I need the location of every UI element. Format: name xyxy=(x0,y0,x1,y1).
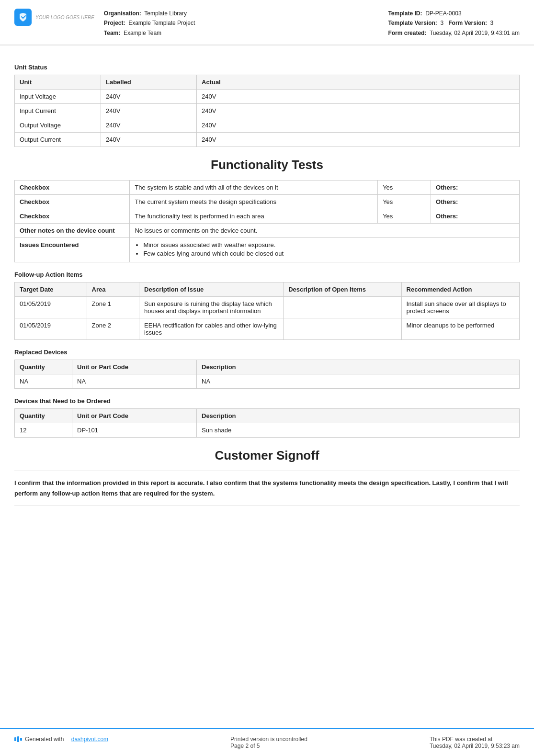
table-cell: Zone 2 xyxy=(87,318,139,340)
team-value: Example Team xyxy=(124,30,161,36)
table-cell: Output Current xyxy=(15,133,101,147)
form-created-value: Tuesday, 02 April 2019, 9:43:01 am xyxy=(430,30,520,36)
table-cell: NA xyxy=(72,374,197,389)
logo-icon xyxy=(14,9,32,26)
table-row: Input Voltage240V240V xyxy=(15,90,520,104)
unit-status-table: Unit Labelled Actual Input Voltage240V24… xyxy=(14,75,520,147)
content: Unit Status Unit Labelled Actual Input V… xyxy=(0,45,534,728)
team-label: Team: xyxy=(104,30,120,36)
form-version-value: 3 xyxy=(490,20,494,26)
table-row: Other notes on the device count No issue… xyxy=(15,224,520,238)
generated-text: Generated with xyxy=(25,736,64,743)
followup-col-header: Area xyxy=(87,282,139,297)
followup-col-header: Recommended Action xyxy=(401,282,519,297)
replaced-devices-title: Replaced Devices xyxy=(14,349,520,356)
table-row: Output Current240V240V xyxy=(15,133,520,147)
org-line: Organisation: Template Library xyxy=(104,9,379,18)
project-value: Example Template Project xyxy=(128,20,195,26)
func-value: Yes xyxy=(378,209,431,224)
table-row: 01/05/2019Zone 1Sun exposure is ruining … xyxy=(15,297,520,318)
issues-content: Minor issues associated with weather exp… xyxy=(130,238,520,262)
table-cell xyxy=(284,318,401,340)
table-cell: Input Current xyxy=(15,104,101,118)
functionality-tests-heading: Functionality Tests xyxy=(14,158,520,172)
devices-to-order-col-header: Description xyxy=(197,409,520,423)
project-label: Project: xyxy=(104,20,125,26)
signoff-section: I confirm that the information provided … xyxy=(14,471,520,506)
footer-right: This PDF was created at Tuesday, 02 Apri… xyxy=(430,736,520,749)
issue-item: Few cables lying around which could be c… xyxy=(143,250,514,257)
unit-status-col-unit: Unit xyxy=(15,75,101,90)
other-notes-label: Other notes on the device count xyxy=(15,224,130,238)
table-row: NANANA xyxy=(15,374,520,389)
table-cell: NA xyxy=(197,374,520,389)
table-row: Output Voltage240V240V xyxy=(15,118,520,133)
template-id-line: Template ID: DP-PEA-0003 xyxy=(388,9,520,18)
table-cell: 240V xyxy=(101,104,197,118)
page: YOUR LOGO GOES HERE Organisation: Templa… xyxy=(0,0,534,756)
func-others: Others: xyxy=(431,209,520,224)
followup-title: Follow-up Action Items xyxy=(14,271,520,278)
replaced-devices-col-header: Unit or Part Code xyxy=(72,360,197,374)
project-line: Project: Example Template Project xyxy=(104,18,379,28)
table-row: Checkbox The system is stable and with a… xyxy=(15,181,520,195)
footer: Generated with dashpivot.com Printed ver… xyxy=(0,728,534,756)
table-cell: 12 xyxy=(15,423,72,438)
header-meta: Organisation: Template Library Project: … xyxy=(104,9,379,38)
uncontrolled-text: Printed version is uncontrolled xyxy=(230,736,307,743)
unit-status-title: Unit Status xyxy=(14,64,520,71)
dashpivot-link[interactable]: dashpivot.com xyxy=(71,736,108,743)
table-cell: Output Voltage xyxy=(15,118,101,133)
header: YOUR LOGO GOES HERE Organisation: Templa… xyxy=(0,0,534,45)
other-notes-value: No issues or comments on the device coun… xyxy=(130,224,520,238)
table-cell: 240V xyxy=(197,133,520,147)
table-cell: 240V xyxy=(101,90,197,104)
table-cell: 240V xyxy=(197,104,520,118)
table-cell: Sun shade xyxy=(197,423,520,438)
pdf-created-value: Tuesday, 02 April 2019, 9:53:23 am xyxy=(430,743,520,749)
devices-to-order-col-header: Quantity xyxy=(15,409,72,423)
functionality-tests-table: Checkbox The system is stable and with a… xyxy=(14,180,520,262)
replaced-devices-col-header: Description xyxy=(197,360,520,374)
devices-to-order-col-header: Unit or Part Code xyxy=(72,409,197,423)
table-cell: Input Voltage xyxy=(15,90,101,104)
func-description: The functionality test is performed in e… xyxy=(130,209,378,224)
template-version-label: Template Version: xyxy=(388,20,437,26)
table-cell: DP-101 xyxy=(72,423,197,438)
table-row: Checkbox The functionality test is perfo… xyxy=(15,209,520,224)
template-version-value: 3 xyxy=(441,20,444,26)
form-version-label: Form Version: xyxy=(448,20,487,26)
table-cell: 01/05/2019 xyxy=(15,318,87,340)
func-description: The system is stable and with all of the… xyxy=(130,181,378,195)
table-cell: NA xyxy=(15,374,72,389)
table-row: Issues Encountered Minor issues associat… xyxy=(15,238,520,262)
table-row: Input Current240V240V xyxy=(15,104,520,118)
footer-center: Printed version is uncontrolled Page 2 o… xyxy=(230,736,307,749)
func-others: Others: xyxy=(431,195,520,209)
team-line: Team: Example Team xyxy=(104,28,379,38)
template-id-label: Template ID: xyxy=(388,10,422,17)
func-label: Checkbox xyxy=(15,181,130,195)
versions-line: Template Version: 3 Form Version: 3 xyxy=(388,18,520,28)
pdf-created-label: This PDF was created at xyxy=(430,736,520,743)
func-label: Checkbox xyxy=(15,195,130,209)
signoff-text: I confirm that the information provided … xyxy=(14,471,520,506)
table-cell: 01/05/2019 xyxy=(15,297,87,318)
unit-status-col-labelled: Labelled xyxy=(101,75,197,90)
dashpivot-icon xyxy=(14,736,22,742)
table-cell: Zone 1 xyxy=(87,297,139,318)
table-cell: 240V xyxy=(197,90,520,104)
replaced-devices-table: QuantityUnit or Part CodeDescription NAN… xyxy=(14,360,520,389)
logo-box: YOUR LOGO GOES HERE xyxy=(14,9,94,26)
table-cell: Install sun shade over all displays to p… xyxy=(401,297,519,318)
customer-signoff-heading: Customer Signoff xyxy=(14,448,520,463)
form-created-label: Form created: xyxy=(388,30,426,36)
table-cell: EEHA rectification for cables and other … xyxy=(139,318,284,340)
devices-to-order-table: QuantityUnit or Part CodeDescription 12D… xyxy=(14,408,520,438)
table-row: 12DP-101Sun shade xyxy=(15,423,520,438)
footer-left: Generated with dashpivot.com xyxy=(14,736,108,743)
table-cell: Minor cleanups to be performed xyxy=(401,318,519,340)
unit-status-col-actual: Actual xyxy=(197,75,520,90)
template-id-value: DP-PEA-0003 xyxy=(425,10,461,17)
table-row: Checkbox The current system meets the de… xyxy=(15,195,520,209)
